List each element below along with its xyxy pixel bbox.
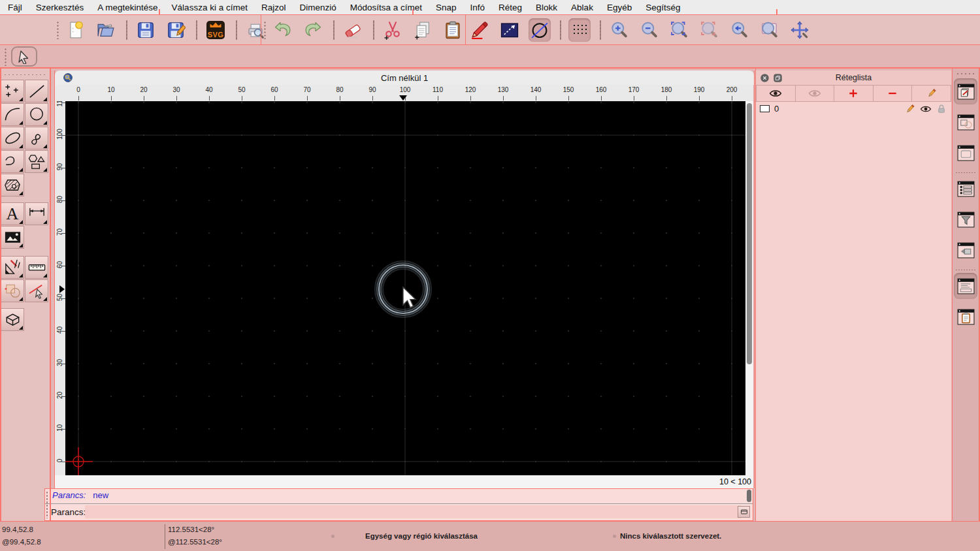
hatch-tool-button[interactable] xyxy=(1,174,24,197)
menu-item[interactable]: Fájl xyxy=(8,3,22,12)
ruler-tick-label: 0 xyxy=(69,86,88,93)
hide-all-layers-eye-button[interactable] xyxy=(795,85,834,102)
zoom-select-button[interactable] xyxy=(698,18,721,42)
redo-button[interactable] xyxy=(302,18,324,42)
cut-button[interactable] xyxy=(382,18,404,42)
zoom-out-button[interactable] xyxy=(638,18,661,42)
zoom-auto-button[interactable] xyxy=(668,18,691,42)
menu-item[interactable]: Snap xyxy=(436,3,457,12)
grid-toggle-button[interactable] xyxy=(568,18,591,42)
menu-item[interactable]: Módosítsa a címet xyxy=(350,3,422,12)
command-input[interactable] xyxy=(85,505,741,518)
edit-layer-pencil-button[interactable] xyxy=(911,85,951,102)
menu-item[interactable]: Rajzol xyxy=(261,3,286,12)
menu-item[interactable]: Szerkesztés xyxy=(36,3,84,12)
circle-tool-button[interactable] xyxy=(25,103,48,126)
deselect-tool-button[interactable] xyxy=(25,279,48,302)
dock-bar-drag-handle[interactable] xyxy=(956,72,975,75)
edit-layer-pencil-icon[interactable] xyxy=(904,104,916,114)
menu-item[interactable]: Réteg xyxy=(498,3,522,12)
zoom-previous-button[interactable] xyxy=(728,18,751,42)
ruler-tick-label: 60 xyxy=(265,86,284,93)
save-as-button[interactable] xyxy=(165,18,187,42)
ruler-tick-label: 0 xyxy=(56,452,63,470)
canvas-vertical-scrollbar[interactable] xyxy=(745,101,753,475)
layer-row[interactable]: 0 xyxy=(756,102,951,116)
toolbar-drag-handle[interactable] xyxy=(4,48,7,66)
drawing-window-titlebar[interactable]: Cím nélkül 1 xyxy=(55,71,754,85)
dock-command-horn-toggle[interactable] xyxy=(954,237,977,263)
restrict-nothing-button[interactable] xyxy=(529,18,551,42)
cube3d-tool-button[interactable] xyxy=(1,308,24,331)
layer-color-swatch xyxy=(760,105,770,112)
order-tool-button[interactable] xyxy=(1,279,24,302)
arc-tool-button[interactable] xyxy=(1,103,24,126)
show-all-layers-eye-button[interactable] xyxy=(756,85,795,102)
zoom-in-button[interactable] xyxy=(608,18,630,42)
select-arrow-button[interactable] xyxy=(11,46,37,67)
dimension-tool-button[interactable] xyxy=(25,202,48,225)
pen-attributes-button[interactable] xyxy=(468,18,491,42)
drawing-tool-palette: A xyxy=(0,68,50,521)
menu-item[interactable]: Blokk xyxy=(536,3,557,12)
dock-layer-list-toggle[interactable] xyxy=(954,78,977,104)
menu-item[interactable]: Segítség xyxy=(645,3,680,12)
palette-drag-handle[interactable] xyxy=(3,73,45,76)
keyboard-button[interactable] xyxy=(738,506,750,518)
right-hint-bullet xyxy=(613,535,616,538)
add-layer-plus-button[interactable] xyxy=(834,85,873,102)
dock-library-browser-toggle[interactable] xyxy=(954,140,977,166)
dock-entity-list-toggle[interactable] xyxy=(954,176,977,202)
ortho-mode-button[interactable] xyxy=(498,18,521,42)
dock-selection-filter-toggle[interactable] xyxy=(954,206,977,232)
menu-item[interactable]: Egyéb xyxy=(607,3,632,12)
drawing-canvas[interactable] xyxy=(65,101,745,475)
text-tool-button[interactable]: A xyxy=(1,202,24,225)
points-tool-button[interactable] xyxy=(1,80,24,102)
tool-flyout-corner xyxy=(19,191,23,195)
polyline-tool-button[interactable] xyxy=(1,150,24,173)
dock-command-line-toggle[interactable] xyxy=(954,273,977,299)
menu-item[interactable]: Válassza ki a címet xyxy=(172,3,248,12)
save-button[interactable] xyxy=(135,18,157,42)
command-history-scrollbar[interactable] xyxy=(747,490,753,503)
toolbar-drag-handle[interactable] xyxy=(56,21,59,39)
image-tool-button[interactable] xyxy=(1,226,24,249)
scrollbar-thumb[interactable] xyxy=(747,490,751,502)
left-hint-bullet xyxy=(331,535,335,538)
modify-tool-button[interactable] xyxy=(1,256,24,279)
scrollbar-thumb[interactable] xyxy=(747,103,752,364)
command-dock-drag-handle[interactable] xyxy=(46,491,48,518)
paste-button[interactable] xyxy=(442,18,464,42)
open-file-button[interactable] xyxy=(95,18,117,42)
tool-flyout-corner xyxy=(19,297,23,301)
svg-export-button[interactable]: SVG xyxy=(204,18,227,42)
seam-line xyxy=(979,67,980,521)
measure-tool-button[interactable] xyxy=(25,256,48,279)
spline-tool-button[interactable] xyxy=(25,127,48,150)
dock-block-list-toggle[interactable] xyxy=(954,109,977,135)
menu-item[interactable]: Dimenzió xyxy=(299,3,336,12)
copy-button[interactable] xyxy=(412,18,434,42)
menu-item[interactable]: Ablak xyxy=(571,3,593,12)
tool-flyout-corner xyxy=(43,121,47,125)
line-tool-button[interactable] xyxy=(25,80,48,102)
zoom-window-button[interactable] xyxy=(759,18,781,42)
erase-button[interactable] xyxy=(342,18,364,42)
undo-button[interactable] xyxy=(272,18,294,42)
toolbar-drag-handle[interactable] xyxy=(263,21,267,39)
layer-list-titlebar[interactable]: Réteglista xyxy=(756,71,951,85)
menu-item[interactable]: A megtekintése xyxy=(97,3,157,12)
tool-options-row xyxy=(0,44,980,68)
zoom-pan-button[interactable] xyxy=(789,18,811,42)
layer-lock-icon[interactable] xyxy=(936,104,947,114)
new-file-button[interactable] xyxy=(65,18,87,42)
remove-layer-minus-button[interactable] xyxy=(873,85,912,102)
dock-clipboard-toggle[interactable] xyxy=(954,304,977,330)
polygon-tool-button[interactable] xyxy=(25,150,48,173)
layer-visible-eye-icon[interactable] xyxy=(920,104,932,114)
menu-item[interactable]: Infó xyxy=(470,3,485,12)
command-separator xyxy=(44,503,753,504)
ruler-tick-label: 110 xyxy=(428,86,448,93)
ellipse-tool-button[interactable] xyxy=(1,127,24,150)
